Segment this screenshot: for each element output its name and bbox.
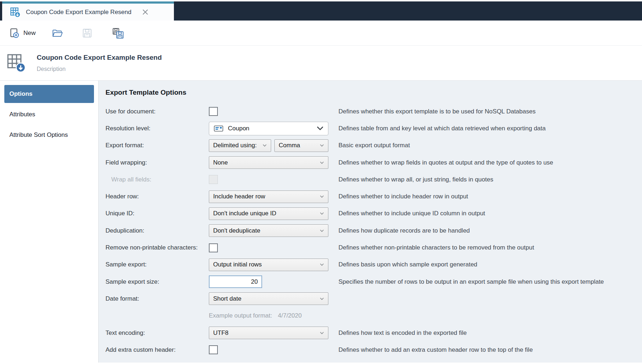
form-row-deduplication: Deduplication: Don't deduplicate Defines…: [105, 222, 642, 239]
resolution-level-select[interactable]: Coupon: [209, 122, 328, 135]
selected-value: Don't deduplicate: [213, 227, 260, 234]
form-row-remove-non-printable: Remove non-printable characters: Defines…: [105, 239, 642, 256]
chevron-down-icon: [320, 161, 324, 164]
chevron-down-icon: [320, 144, 324, 147]
field-label: Resolution level:: [105, 125, 209, 132]
field-label: Text encoding:: [105, 329, 209, 337]
chevron-down-icon: [317, 126, 323, 130]
export-template-grid-icon: [10, 7, 21, 18]
tab-title: Coupon Code Export Example Resend: [26, 9, 131, 16]
sample-export-size-input[interactable]: [209, 275, 262, 288]
close-icon[interactable]: [142, 9, 148, 15]
field-label: Remove non-printable characters:: [105, 244, 209, 251]
coupon-icon: [214, 125, 223, 132]
export-format-delimiter-select[interactable]: Comma: [274, 139, 328, 152]
deduplication-select[interactable]: Don't deduplicate: [209, 224, 328, 237]
use-for-document-checkbox[interactable]: [209, 107, 218, 116]
selected-value: None: [213, 159, 228, 166]
sample-export-select[interactable]: Output initial rows: [209, 259, 328, 271]
field-description: Defines table from and key level at whic…: [328, 125, 642, 132]
chevron-down-icon: [320, 195, 324, 198]
form-row-sample-export-size: Sample export size: Specifies the number…: [105, 273, 642, 290]
field-label: Wrap all fields:: [105, 176, 209, 183]
field-label: Sample export size:: [105, 278, 209, 286]
form-row-example-output: Example output format:4/7/2020: [105, 307, 642, 324]
chevron-down-icon: [320, 212, 324, 215]
selected-value: Don't include unique ID: [213, 210, 276, 217]
open-button[interactable]: [51, 28, 63, 38]
field-wrapping-select[interactable]: None: [209, 156, 328, 169]
form-row-export-format: Export format: Delimited using: Comma: [105, 137, 642, 154]
chevron-down-icon: [320, 229, 324, 232]
selected-value: Short date: [213, 295, 241, 302]
new-button-label: New: [23, 30, 36, 37]
selected-value: Comma: [279, 142, 300, 149]
save-button[interactable]: [82, 28, 93, 39]
field-description: Defines whether to wrap fields in quotes…: [328, 159, 642, 166]
example-output-label: Example output format:: [209, 312, 272, 319]
field-label: Field wrapping:: [105, 159, 209, 166]
form-row-sample-export: Sample export: Output initial rows Defin…: [105, 256, 642, 273]
text-encoding-select[interactable]: UTF8: [209, 327, 328, 339]
new-button[interactable]: New: [9, 28, 36, 39]
new-document-icon: [9, 28, 20, 39]
options-panel: Export Template Options Use for document…: [99, 81, 642, 363]
selected-value: Output initial rows: [213, 261, 262, 268]
field-label: Date format:: [105, 295, 209, 302]
unique-id-select[interactable]: Don't include unique ID: [209, 207, 328, 220]
tab-coupon-code-export[interactable]: Coupon Code Export Example Resend: [2, 1, 174, 21]
form-row-wrap-all-fields: Wrap all fields: Defines whether to wrap…: [105, 171, 642, 188]
export-template-header-icon: [6, 53, 26, 73]
field-description: Defines basis upon which sample export g…: [328, 261, 642, 268]
page-header: Coupon Code Export Example Resend Descri…: [0, 46, 642, 81]
form-row-text-encoding: Text encoding: UTF8 Defines how text is …: [105, 324, 642, 341]
field-description: Defines how text is encoded in the expor…: [328, 329, 642, 337]
example-output-format: Example output format:4/7/2020: [209, 312, 328, 319]
sidebar: Options Attributes Attribute Sort Option…: [0, 81, 99, 363]
field-label: Add extra custom header:: [105, 346, 209, 354]
page-title: Coupon Code Export Example Resend: [37, 54, 162, 62]
export-format-type-select[interactable]: Delimited using:: [209, 139, 271, 152]
description-field[interactable]: Description: [37, 66, 162, 72]
field-description: Defines whether to include unique ID col…: [328, 210, 642, 217]
date-format-select[interactable]: Short date: [209, 292, 328, 305]
header-row-select[interactable]: Include header row: [209, 190, 328, 203]
save-as-icon: [112, 27, 124, 39]
field-description: Specifies the number of rows to be outpu…: [328, 278, 642, 286]
field-label: Deduplication:: [105, 227, 209, 234]
form-row-header-row: Header row: Include header row Defines w…: [105, 188, 642, 205]
chevron-down-icon: [262, 144, 267, 147]
sidebar-item-options[interactable]: Options: [4, 85, 94, 103]
field-label: Export format:: [105, 142, 209, 149]
field-label: Unique ID:: [105, 210, 209, 217]
form-row-add-extra-custom-header: Add extra custom header: Defines whether…: [105, 341, 642, 358]
chevron-down-icon: [320, 297, 324, 300]
form-row-unique-id: Unique ID: Don't include unique ID Defin…: [105, 205, 642, 222]
section-title: Export Template Options: [105, 89, 642, 96]
wrap-all-fields-checkbox: [209, 175, 218, 184]
remove-non-printable-checkbox[interactable]: [209, 243, 218, 252]
save-icon: [82, 28, 93, 39]
field-description: Defines whether to add an extra custom h…: [328, 346, 642, 354]
selected-value: Delimited using:: [213, 142, 257, 149]
field-label: Use for document:: [105, 108, 209, 115]
add-extra-custom-header-checkbox[interactable]: [209, 345, 218, 354]
field-description: Basic export output format: [328, 142, 642, 149]
form-row-date-format: Date format: Short date: [105, 290, 642, 307]
content: Options Attributes Attribute Sort Option…: [0, 81, 642, 363]
field-description: Defines whether to include header row in…: [328, 193, 642, 200]
example-output-value: 4/7/2020: [278, 312, 302, 319]
chevron-down-icon: [320, 332, 324, 334]
field-label: Header row:: [105, 193, 209, 200]
selected-value: UTF8: [213, 329, 229, 337]
save-as-button[interactable]: [112, 27, 124, 39]
tab-bar: Coupon Code Export Example Resend: [0, 0, 642, 21]
field-description: Defines whether to wrap all, or just str…: [328, 176, 642, 183]
sidebar-item-attribute-sort-options[interactable]: Attribute Sort Options: [4, 126, 94, 144]
toolbar: New: [0, 21, 642, 46]
field-description: Defines whether this export template is …: [328, 108, 642, 115]
field-label: Sample export:: [105, 261, 209, 268]
form-row-resolution-level: Resolution level: Coupon: [105, 120, 642, 137]
sidebar-item-attributes[interactable]: Attributes: [4, 105, 94, 123]
chevron-down-icon: [320, 263, 324, 266]
